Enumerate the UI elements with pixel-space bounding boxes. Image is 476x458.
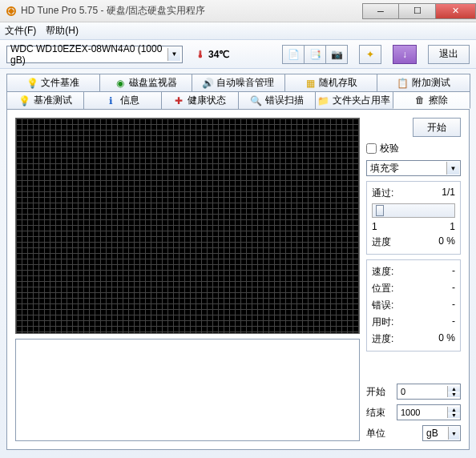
end-pos-input[interactable]: ▲▼ (397, 404, 461, 420)
minimize-button[interactable]: ─ (362, 3, 399, 19)
spinner-up-icon[interactable]: ▲ (448, 407, 460, 412)
chevron-down-icon: ▼ (448, 427, 459, 440)
exit-button[interactable]: 退出 (428, 45, 470, 64)
log-area (15, 339, 360, 441)
thermometer-icon: 🌡 (196, 49, 205, 60)
tab-擦除[interactable]: 🗑擦除 (393, 91, 470, 109)
menu-file[interactable]: 文件(F) (5, 24, 36, 38)
tab-label: 附加测试 (412, 76, 450, 90)
tab-文件夹占用率[interactable]: 📁文件夹占用率 (315, 91, 393, 109)
elapsed-label: 用时: (372, 315, 393, 329)
position-label: 位置: (372, 282, 393, 295)
spinner-down-icon[interactable]: ▼ (448, 412, 460, 418)
menu-help[interactable]: 帮助(H) (46, 24, 79, 38)
exit-label: 退出 (439, 47, 458, 61)
end-pos-field[interactable] (397, 408, 447, 417)
options-button[interactable]: ✦ (359, 45, 381, 64)
app-icon (5, 5, 18, 18)
temperature-display: 🌡 34℃ (196, 49, 229, 60)
screenshot-button[interactable]: 📷 (325, 45, 348, 64)
tab-label: 基准测试 (34, 94, 72, 107)
temperature-value: 34℃ (208, 49, 229, 60)
tab-label: 随机存取 (319, 76, 357, 90)
start-pos-input[interactable]: ▲▼ (397, 384, 461, 400)
pass-value: 1/1 (442, 187, 455, 200)
range-min: 1 (372, 221, 377, 232)
tab-信息[interactable]: ℹ信息 (83, 91, 161, 109)
copy-stack-icon: 📑 (309, 49, 321, 60)
maximize-button[interactable]: ☐ (399, 3, 436, 19)
copy-icon: 📄 (288, 49, 300, 60)
tab-label: 文件基准 (41, 76, 79, 90)
progress2-label: 进度: (372, 332, 393, 346)
position-value: - (452, 282, 455, 295)
unit-label: 单位 (366, 427, 392, 440)
tab-基准测试[interactable]: 💡基准测试 (6, 91, 84, 109)
speed-label: 速度: (372, 265, 393, 279)
drive-select[interactable]: WDC WD10EZEX-08WN4A0 (1000 gB) ▼ (6, 46, 183, 63)
camera-icon: 📷 (331, 49, 343, 60)
tab-文件基准[interactable]: 💡文件基准 (6, 74, 100, 91)
chevron-down-icon: ▼ (446, 162, 459, 175)
verify-checkbox[interactable] (366, 143, 377, 154)
speed-value: - (452, 265, 455, 279)
start-pos-field[interactable] (397, 387, 447, 396)
tab-附加测试[interactable]: 📋附加测试 (377, 74, 470, 91)
tab-自动噪音管理[interactable]: 🔊自动噪音管理 (192, 74, 285, 91)
close-button[interactable]: ✕ (436, 3, 476, 19)
end-pos-label: 结束 (366, 406, 392, 420)
status-panel: 速度:- 位置:- 错误:- 用时:- 进度:0 % (366, 259, 461, 352)
unit-value: gB (426, 428, 438, 439)
tab-label: 健康状态 (188, 94, 226, 107)
copy-all-button[interactable]: 📑 (304, 45, 326, 64)
pass-label: 通过: (372, 187, 393, 200)
start-button-label: 开始 (427, 121, 446, 135)
progress-label: 进度 (372, 235, 391, 249)
tab-健康状态[interactable]: ✚健康状态 (161, 91, 239, 109)
start-pos-label: 开始 (366, 385, 392, 399)
unit-select[interactable]: gB ▼ (422, 425, 461, 441)
range-max: 1 (450, 221, 455, 232)
window-title: HD Tune Pro 5.75 - 硬盘/固态硬盘实用程序 (21, 4, 362, 18)
pass-panel: 通过:1/1 11 进度0 % (366, 181, 461, 255)
save-button[interactable]: ↓ (393, 45, 417, 64)
tab-label: 磁盘监视器 (129, 76, 177, 90)
tab-随机存取[interactable]: ▦随机存取 (284, 74, 378, 91)
tab-错误扫描[interactable]: 🔍错误扫描 (238, 91, 316, 109)
tab-label: 擦除 (429, 94, 448, 107)
down-arrow-icon: ↓ (402, 49, 407, 60)
tab-label: 信息 (120, 94, 139, 107)
spinner-up-icon[interactable]: ▲ (448, 386, 460, 392)
errors-label: 错误: (372, 299, 393, 312)
verify-label: 校验 (380, 142, 399, 155)
progress2-value: 0 % (438, 332, 455, 346)
elapsed-value: - (452, 315, 455, 329)
tab-label: 自动噪音管理 (216, 76, 274, 90)
tab-磁盘监视器[interactable]: ◉磁盘监视器 (99, 74, 193, 91)
pass-slider[interactable] (372, 203, 455, 218)
slider-thumb[interactable] (376, 205, 384, 216)
fill-mode-select[interactable]: 填充零 ▼ (366, 160, 461, 176)
tab-label: 文件夹占用率 (333, 94, 390, 107)
spinner-down-icon[interactable]: ▼ (448, 392, 460, 397)
tab-label: 错误扫描 (265, 94, 304, 107)
start-button[interactable]: 开始 (413, 118, 461, 137)
drive-select-value: WDC WD10EZEX-08WN4A0 (1000 gB) (10, 43, 179, 66)
copy-button[interactable]: 📄 (282, 45, 305, 64)
gear-icon: ✦ (366, 49, 374, 60)
fill-mode-value: 填充零 (370, 162, 399, 175)
chevron-down-icon: ▼ (167, 48, 180, 61)
erase-block-map (15, 118, 360, 334)
progress-value: 0 % (438, 235, 455, 249)
errors-value: - (452, 299, 455, 312)
